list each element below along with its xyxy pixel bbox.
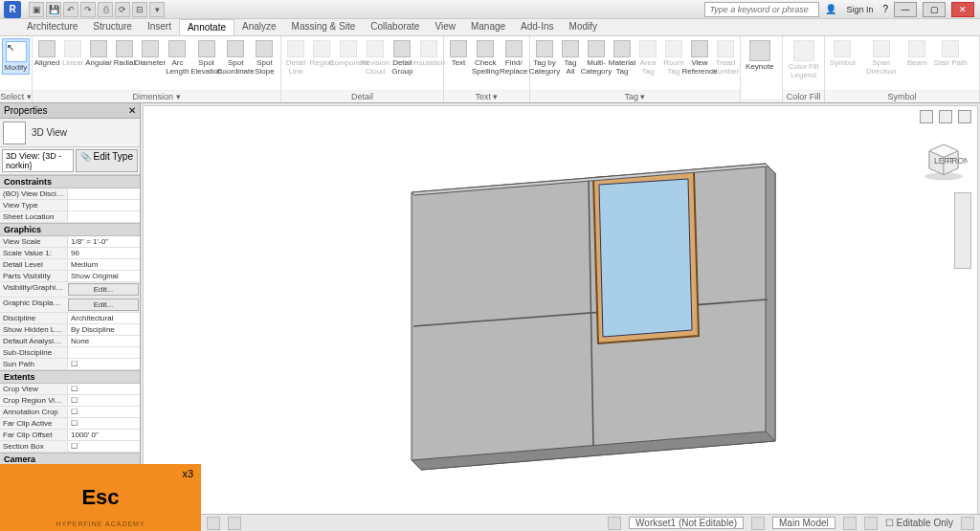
tool-symbol[interactable]: Symbol	[827, 38, 858, 69]
tag-group-label[interactable]: Tag ▾	[530, 90, 740, 102]
tool-component[interactable]: Component	[335, 38, 361, 69]
tool-detail-line[interactable]: Detail Line	[283, 38, 308, 77]
tool-angular[interactable]: Angular	[86, 38, 111, 69]
status-icon-1[interactable]	[207, 517, 220, 530]
tool-tag-all[interactable]: Tag All	[558, 38, 583, 77]
tool-view-reference[interactable]: View Reference	[687, 38, 712, 77]
tab-insert[interactable]: Insert	[140, 19, 179, 35]
workset-icon[interactable]	[608, 517, 621, 530]
search-input[interactable]	[704, 2, 819, 17]
view-max-icon[interactable]	[939, 110, 952, 123]
tab-manage[interactable]: Manage	[463, 19, 513, 35]
tab-massing[interactable]: Massing & Site	[284, 19, 364, 35]
editable-only-checkbox[interactable]: ☐ Editable Only	[885, 518, 953, 528]
modify-tool[interactable]: ↖Modify	[2, 38, 30, 75]
tool-room-tag[interactable]: Room Tag	[661, 38, 686, 77]
minimize-button[interactable]: —	[894, 2, 917, 17]
prop-value[interactable]: ☐	[67, 418, 140, 429]
type-selector-row[interactable]: 3D View	[0, 119, 140, 147]
tool-beam[interactable]: Beam	[904, 38, 930, 69]
tab-modify[interactable]: Modify	[562, 19, 605, 35]
text-group-label[interactable]: Text ▾	[444, 90, 529, 102]
view-cube[interactable]: LEFT FRONT	[920, 135, 968, 183]
tab-addins[interactable]: Add-Ins	[513, 19, 561, 35]
tool-revision-cloud[interactable]: Revision Cloud	[362, 38, 388, 77]
prop-value[interactable]: Medium	[67, 259, 140, 270]
tab-structure[interactable]: Structure	[85, 19, 140, 35]
tool-aligned[interactable]: Aligned	[34, 38, 59, 69]
tool-check-spelling[interactable]: Check Spelling	[472, 38, 500, 77]
tool-text[interactable]: Text	[446, 38, 471, 69]
qat-undo-icon[interactable]: ↶	[63, 2, 78, 17]
tab-analyze[interactable]: Analyze	[234, 19, 284, 35]
prop-value[interactable]: Edit...	[68, 283, 139, 296]
prop-value[interactable]: Architectural	[67, 313, 140, 323]
model-icon[interactable]	[751, 517, 765, 530]
status-icon-3[interactable]	[843, 517, 857, 530]
properties-close-icon[interactable]: ✕	[128, 105, 136, 116]
tool-multi-category[interactable]: Multi- Category	[584, 38, 609, 77]
tool-material-tag[interactable]: Material Tag	[610, 38, 635, 77]
qat-redo-icon[interactable]: ↷	[80, 2, 96, 17]
help-icon[interactable]: ?	[882, 4, 888, 14]
view-min-icon[interactable]	[920, 110, 933, 123]
prop-value[interactable]: Show Original	[67, 271, 140, 281]
tab-annotate[interactable]: Annotate	[179, 19, 234, 35]
tool-linear[interactable]: Linear	[60, 38, 85, 69]
tab-architecture[interactable]: Architecture	[19, 19, 85, 35]
view-close-icon[interactable]	[958, 110, 971, 123]
type-selector-dropdown[interactable]: 3D View: {3D - norkin}	[2, 149, 74, 172]
tool-spot-coordinate[interactable]: Spot Coordinate	[221, 38, 250, 77]
maximize-button[interactable]: ▢	[923, 2, 946, 17]
workset-selector[interactable]: Workset1 (Not Editable)	[629, 517, 744, 529]
prop-value[interactable]: Edit...	[68, 299, 139, 311]
status-icon-2[interactable]	[228, 517, 241, 530]
tool-tread-number[interactable]: Tread Number	[713, 38, 738, 77]
app-icon[interactable]: R	[4, 1, 21, 18]
prop-value[interactable]	[67, 188, 140, 199]
prop-value[interactable]: ☐	[67, 407, 140, 417]
title-icon[interactable]: 👤	[825, 4, 836, 14]
prop-value[interactable]: ☐	[67, 395, 140, 406]
dimension-group-label[interactable]: Dimension ▾	[33, 90, 280, 102]
prop-value[interactable]: By Discipline	[67, 324, 140, 335]
prop-value[interactable]: ☐	[67, 359, 140, 369]
tool-area-tag[interactable]: Area Tag	[635, 38, 660, 77]
wall-3d-model[interactable]	[354, 135, 871, 498]
tool-arc-length[interactable]: Arc Length	[164, 38, 191, 77]
prop-value[interactable]: None	[67, 336, 140, 346]
drawing-canvas[interactable]: LEFT FRONT	[143, 105, 978, 516]
select-group-label[interactable]: Select ▾	[0, 90, 32, 102]
keynote-tool[interactable]: Keynote	[743, 38, 776, 73]
model-selector[interactable]: Main Model	[772, 517, 835, 529]
edit-type-button[interactable]: 📎 Edit Type	[76, 149, 138, 172]
prop-value[interactable]: 1000' 0"	[67, 430, 140, 440]
status-icon-4[interactable]	[864, 517, 878, 530]
prop-value[interactable]: 1/8" = 1'-0"	[67, 236, 140, 247]
qat-sync-icon[interactable]: ⟳	[115, 2, 130, 17]
qat-save-icon[interactable]: 💾	[46, 2, 61, 17]
prop-value[interactable]	[67, 347, 140, 358]
qat-measure-icon[interactable]: ⊟	[132, 2, 147, 17]
navigation-bar[interactable]	[954, 192, 971, 269]
prop-value[interactable]	[67, 211, 140, 222]
tool-tag-by-category[interactable]: Tag by Category	[532, 38, 557, 77]
tool-span-direction[interactable]: Span Direction	[859, 38, 903, 77]
qat-print-icon[interactable]: ⎙	[98, 2, 113, 17]
colorfill-tool[interactable]: Color Fill Legend	[785, 38, 822, 81]
prop-value[interactable]: ☐	[67, 384, 140, 394]
tab-collaborate[interactable]: Collaborate	[363, 19, 427, 35]
tool-diameter[interactable]: Diameter	[138, 38, 163, 69]
filter-icon[interactable]	[961, 517, 974, 530]
tool-stair-path[interactable]: Stair Path	[931, 38, 970, 69]
prop-value[interactable]	[67, 200, 140, 210]
qat-open-icon[interactable]: ▣	[29, 2, 44, 17]
tab-view[interactable]: View	[427, 19, 463, 35]
prop-value[interactable]: 96	[67, 248, 140, 258]
tool-insulation[interactable]: Insulation	[416, 38, 441, 69]
qat-more-icon[interactable]: ▾	[149, 2, 165, 17]
close-button[interactable]: ✕	[951, 2, 974, 17]
tool-find-replace[interactable]: Find/ Replace	[501, 38, 528, 77]
tool-spot-slope[interactable]: Spot Slope	[251, 38, 278, 77]
sign-in-link[interactable]: Sign In	[842, 5, 877, 14]
